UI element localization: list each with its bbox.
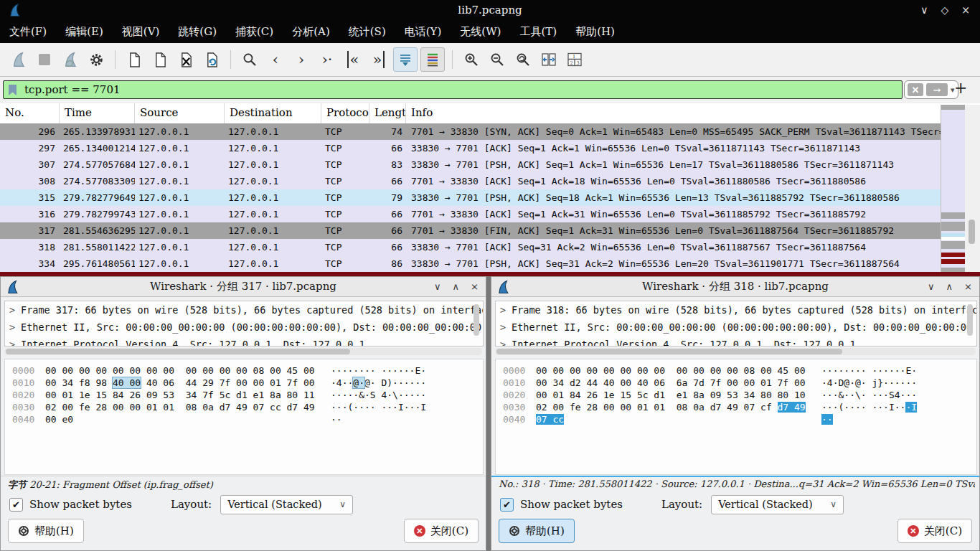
- expander-icon[interactable]: >: [9, 301, 21, 319]
- hex-line[interactable]: 001000 34 f8 98 40 00 40 06 44 29 7f 00 …: [5, 377, 483, 389]
- menu-item-statistics[interactable]: 统计(S): [339, 20, 395, 43]
- close-button[interactable]: ✕ 关闭(C): [897, 519, 972, 543]
- save-file-icon[interactable]: [149, 48, 171, 71]
- menu-item-analyze[interactable]: 分析(A): [283, 20, 339, 43]
- hex-line[interactable]: 002000 01 84 26 1e 15 5c d1 e1 8a 09 53 …: [496, 389, 976, 401]
- tree-hscrollbar[interactable]: [4, 348, 482, 355]
- tree-hscrollbar[interactable]: [495, 348, 976, 355]
- start-capture-icon[interactable]: [7, 48, 30, 71]
- display-filter-input[interactable]: [3, 80, 903, 99]
- menu-item-tools[interactable]: 工具(T): [510, 20, 566, 43]
- packet-bytes-pane[interactable]: 000000 00 00 00 00 00 00 00 00 00 00 00 …: [495, 359, 977, 475]
- menu-item-go[interactable]: 跳转(G): [169, 20, 226, 43]
- packet-row-316[interactable]: 316279.782799743127.0.0.1127.0.0.1TCP667…: [0, 206, 941, 222]
- filter-clear-icon[interactable]: ✕: [908, 83, 923, 96]
- stop-capture-icon[interactable]: [33, 48, 56, 71]
- packet-row-296[interactable]: 296265.133978931127.0.0.1127.0.0.1TCP747…: [0, 123, 941, 140]
- filter-apply-icon[interactable]: →: [926, 83, 948, 96]
- tree-row[interactable]: >Internet Protocol Version 4, Src: 127.0…: [496, 336, 976, 347]
- hscrollbar-handle[interactable]: [496, 349, 842, 354]
- bookmark-icon[interactable]: [8, 84, 17, 96]
- layout-chooser-icon[interactable]: 123: [563, 48, 586, 71]
- column-header-destination[interactable]: Destination: [225, 103, 321, 123]
- find-packet-icon[interactable]: [238, 48, 261, 71]
- expander-icon[interactable]: >: [500, 319, 512, 336]
- window-close-icon[interactable]: ×: [961, 4, 970, 16]
- hex-line[interactable]: 000000 00 00 00 00 00 00 00 00 00 00 00 …: [5, 364, 483, 377]
- go-to-packet-icon[interactable]: ›·: [316, 48, 339, 71]
- packet-detail-tree[interactable]: >Frame 318: 66 bytes on wire (528 bits),…: [495, 301, 977, 347]
- dialog-close-icon[interactable]: ×: [471, 281, 479, 292]
- expander-icon[interactable]: >: [9, 319, 21, 336]
- packet-detail-tree[interactable]: >Frame 317: 66 bytes on wire (528 bits),…: [4, 301, 484, 347]
- expander-icon[interactable]: >: [500, 336, 512, 347]
- column-header-source[interactable]: Source: [135, 103, 225, 123]
- packet-row-315[interactable]: 315279.782779649127.0.0.1127.0.0.1TCP793…: [0, 189, 941, 206]
- menu-item-help[interactable]: 帮助(H): [566, 20, 624, 43]
- menu-item-telephony[interactable]: 电话(Y): [395, 20, 451, 43]
- layout-select[interactable]: Vertical (Stacked) ∨: [220, 495, 353, 514]
- layout-select[interactable]: Vertical (Stacked) ∨: [711, 495, 844, 514]
- menu-item-capture[interactable]: 捕获(C): [226, 20, 283, 43]
- tree-scrollbar-handle[interactable]: [473, 304, 479, 336]
- column-header-no[interactable]: No.: [0, 103, 60, 123]
- resize-columns-icon[interactable]: [537, 48, 560, 71]
- packet-row-308[interactable]: 308274.577083309127.0.0.1127.0.0.1TCP667…: [0, 173, 941, 189]
- packet-list-minimap[interactable]: [941, 105, 966, 272]
- dialog-minimize-icon[interactable]: ∨: [434, 281, 441, 292]
- hex-line[interactable]: 004007 cc··: [496, 413, 976, 425]
- tree-row[interactable]: >Ethernet II, Src: 00:00:00_00:00:00 (00…: [496, 319, 976, 336]
- column-header-length[interactable]: Length: [369, 103, 406, 123]
- show-packet-bytes-checkbox[interactable]: ✔: [9, 498, 23, 512]
- zoom-reset-icon[interactable]: [512, 48, 534, 71]
- packet-row-318[interactable]: 318281.558011422127.0.0.1127.0.0.1TCP663…: [0, 239, 941, 255]
- tree-row[interactable]: >Internet Protocol Version 4, Src: 127.0…: [5, 336, 483, 347]
- tree-row[interactable]: >Frame 318: 66 bytes on wire (528 bits),…: [496, 301, 976, 319]
- dialog-maximize-icon[interactable]: ∧: [946, 281, 953, 292]
- tree-scrollbar-handle[interactable]: [967, 304, 973, 336]
- go-back-icon[interactable]: ‹: [264, 48, 287, 71]
- open-file-icon[interactable]: [123, 48, 146, 71]
- dialog-minimize-icon[interactable]: ∨: [928, 281, 935, 292]
- hex-line[interactable]: 003002 00 fe 28 00 00 01 01 08 0a d7 49 …: [496, 401, 976, 413]
- dialog-maximize-icon[interactable]: ∧: [453, 281, 460, 292]
- hex-line[interactable]: 001000 34 d2 44 40 00 40 06 6a 7d 7f 00 …: [496, 377, 976, 389]
- zoom-out-icon[interactable]: [486, 48, 509, 71]
- dialog-titlebar[interactable]: Wireshark · 分组 318 · lib7.pcapng ∨ ∧ ×: [491, 277, 979, 297]
- restart-capture-icon[interactable]: [59, 48, 82, 71]
- capture-options-icon[interactable]: [85, 48, 108, 71]
- filter-text-input[interactable]: [23, 83, 743, 97]
- dialog-titlebar[interactable]: Wireshark · 分组 317 · lib7.pcapng ∨ ∧ ×: [1, 277, 486, 297]
- tree-row[interactable]: >Ethernet II, Src: 00:00:00_00:00:00 (00…: [5, 319, 483, 336]
- menu-item-wireless[interactable]: 无线(W): [451, 20, 510, 43]
- packet-list-scrollbar[interactable]: [965, 105, 980, 272]
- go-forward-icon[interactable]: ›: [290, 48, 313, 71]
- auto-scroll-icon[interactable]: [393, 47, 418, 72]
- scrollbar-handle[interactable]: [969, 220, 975, 244]
- close-button[interactable]: ✕ 关闭(C): [404, 519, 479, 543]
- show-packet-bytes-checkbox[interactable]: ✔: [500, 498, 514, 512]
- go-last-packet-icon[interactable]: »: [367, 48, 390, 71]
- reload-file-icon[interactable]: [200, 48, 223, 71]
- column-header-info[interactable]: Info: [406, 103, 980, 123]
- hex-line[interactable]: 000000 00 00 00 00 00 00 00 00 00 00 00 …: [496, 364, 976, 377]
- packet-bytes-pane[interactable]: 000000 00 00 00 00 00 00 00 00 00 00 00 …: [4, 359, 484, 475]
- hex-line[interactable]: 004000 e0··: [5, 413, 483, 425]
- menu-item-edit[interactable]: 编辑(E): [56, 20, 113, 43]
- window-minimize-icon[interactable]: ∨: [920, 4, 928, 16]
- window-maximize-icon[interactable]: ◇: [941, 4, 948, 16]
- expander-icon[interactable]: >: [500, 301, 512, 319]
- zoom-in-icon[interactable]: [460, 48, 483, 71]
- packet-row-307[interactable]: 307274.577057684127.0.0.1127.0.0.1TCP833…: [0, 156, 941, 173]
- hex-line[interactable]: 002000 01 1e 15 84 26 09 53 34 7f 5c d1 …: [5, 389, 483, 401]
- packet-row-317[interactable]: 317281.554636295127.0.0.1127.0.0.1TCP667…: [0, 222, 941, 239]
- go-first-packet-icon[interactable]: «: [341, 48, 364, 71]
- hscrollbar-handle[interactable]: [6, 349, 350, 354]
- hex-line[interactable]: 003002 00 fe 28 00 00 01 01 08 0a d7 49 …: [5, 401, 483, 413]
- column-header-protocol[interactable]: Protocol: [321, 103, 369, 123]
- column-header-time[interactable]: Time: [60, 103, 135, 123]
- packet-row-334[interactable]: 334295.761480561127.0.0.1127.0.0.1TCP863…: [0, 255, 941, 272]
- menu-item-file[interactable]: 文件(F): [0, 20, 56, 43]
- help-button[interactable]: 帮助(H): [499, 519, 575, 543]
- filter-add-button[interactable]: +: [954, 79, 967, 97]
